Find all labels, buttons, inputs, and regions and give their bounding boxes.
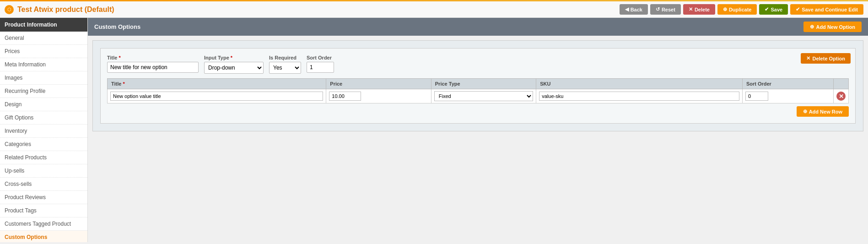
- sidebar-item-general[interactable]: General: [0, 32, 87, 45]
- add-option-icon: ⊕: [810, 24, 814, 30]
- sidebar-item-gift-options[interactable]: Gift Options: [0, 111, 87, 125]
- col-actions: [834, 79, 849, 89]
- sidebar: Product Information GeneralPricesMeta In…: [0, 18, 88, 242]
- values-table: Title * Price Price Type SKU Sort Order …: [107, 78, 849, 103]
- back-button[interactable]: ◀ Back: [620, 4, 648, 15]
- row-price-input[interactable]: [329, 92, 361, 101]
- row-title-input[interactable]: [110, 92, 323, 101]
- input-type-select[interactable]: Drop-downRadio ButtonsCheckboxMultiple S…: [204, 62, 264, 74]
- duplicate-icon: ⊕: [723, 6, 727, 12]
- sort-order-field-group: Sort Order: [307, 55, 334, 73]
- sidebar-item-recurring-profile[interactable]: Recurring Profile: [0, 85, 87, 98]
- input-type-required: *: [231, 55, 232, 60]
- delete-option-button[interactable]: ✕ Delete Option: [801, 53, 851, 64]
- delete-button[interactable]: ✕ Delete: [683, 4, 715, 15]
- duplicate-button[interactable]: ⊕ Duplicate: [717, 4, 757, 15]
- title-input[interactable]: [107, 62, 199, 73]
- save-icon: ✔: [765, 6, 769, 12]
- page-title: Test Atwix product (Default): [17, 5, 114, 14]
- row-sort-order-input[interactable]: [745, 92, 768, 101]
- sidebar-item-categories[interactable]: Categories: [0, 138, 87, 151]
- sidebar-item-images[interactable]: Images: [0, 71, 87, 85]
- sidebar-item-customers-tagged[interactable]: Customers Tagged Product: [0, 217, 87, 231]
- add-new-option-button[interactable]: ⊕ Add New Option: [803, 22, 862, 32]
- sidebar-item-cross-sells[interactable]: Cross-sells: [0, 178, 87, 191]
- sidebar-item-related-products[interactable]: Related Products: [0, 151, 87, 164]
- table-row: FixedPercent✕: [108, 89, 849, 103]
- remove-row-button[interactable]: ✕: [836, 92, 846, 101]
- input-type-field-group: Input Type * Drop-downRadio ButtonsCheck…: [204, 55, 264, 74]
- delete-option-icon: ✕: [806, 55, 810, 61]
- save-continue-button[interactable]: ✔ Save and Continue Edit: [790, 4, 863, 15]
- is-required-label: Is Required: [269, 55, 301, 60]
- back-arrow-icon: ◀: [625, 6, 629, 12]
- title-label: Title *: [107, 55, 199, 60]
- sidebar-header: Product Information: [0, 18, 87, 32]
- row-price-type-select[interactable]: FixedPercent: [434, 91, 533, 101]
- delete-icon: ✕: [689, 6, 693, 12]
- col-title: Title *: [108, 79, 326, 89]
- is-required-select[interactable]: YesNo: [269, 62, 301, 74]
- toolbar-buttons: ◀ Back ↺ Reset ✕ Delete ⊕ Duplicate ✔ Sa…: [620, 4, 863, 15]
- add-row-btn-container: ⊕ Add New Row: [107, 106, 849, 117]
- sidebar-item-custom-options[interactable]: Custom Options: [0, 231, 87, 242]
- main-content: Custom Options ⊕ Add New Option ✕ Delete…: [88, 18, 868, 242]
- title-field-group: Title *: [107, 55, 199, 73]
- col-sort-order: Sort Order: [742, 79, 833, 89]
- sidebar-item-prices[interactable]: Prices: [0, 45, 87, 58]
- reset-icon: ↺: [656, 6, 660, 12]
- add-row-icon: ⊕: [803, 108, 807, 114]
- custom-options-panel: ✕ Delete Option Title * Input Type: [92, 40, 863, 131]
- is-required-field-group: Is Required YesNo: [269, 55, 301, 74]
- sidebar-item-design[interactable]: Design: [0, 98, 87, 111]
- save-continue-icon: ✔: [796, 6, 800, 12]
- sidebar-item-product-reviews[interactable]: Product Reviews: [0, 191, 87, 204]
- col-sku: SKU: [536, 79, 743, 89]
- section-title: Custom Options: [94, 23, 140, 30]
- title-required: *: [119, 55, 120, 60]
- section-header: Custom Options ⊕ Add New Option: [88, 18, 868, 36]
- sidebar-item-up-sells[interactable]: Up-sells: [0, 164, 87, 178]
- reset-button[interactable]: ↺ Reset: [650, 4, 681, 15]
- page-title-area: ⬡ Test Atwix product (Default): [5, 5, 114, 14]
- input-type-label: Input Type *: [204, 55, 264, 60]
- sidebar-item-meta-information[interactable]: Meta Information: [0, 58, 87, 71]
- sidebar-item-inventory[interactable]: Inventory: [0, 125, 87, 138]
- main-layout: Product Information GeneralPricesMeta In…: [0, 18, 868, 242]
- add-new-row-button[interactable]: ⊕ Add New Row: [797, 106, 849, 117]
- top-bar: ⬡ Test Atwix product (Default) ◀ Back ↺ …: [0, 1, 868, 18]
- option-fields-row: Title * Input Type * Drop-downRadio Butt…: [107, 55, 849, 74]
- col-price: Price: [326, 79, 431, 89]
- sort-order-input[interactable]: [307, 62, 334, 73]
- col-price-type: Price Type: [431, 79, 536, 89]
- sidebar-item-product-tags[interactable]: Product Tags: [0, 204, 87, 217]
- row-sku-input[interactable]: [539, 92, 739, 101]
- save-button[interactable]: ✔ Save: [759, 4, 788, 15]
- product-icon: ⬡: [5, 5, 14, 14]
- sort-order-label: Sort Order: [307, 55, 334, 60]
- option-block: ✕ Delete Option Title * Input Type: [100, 48, 856, 124]
